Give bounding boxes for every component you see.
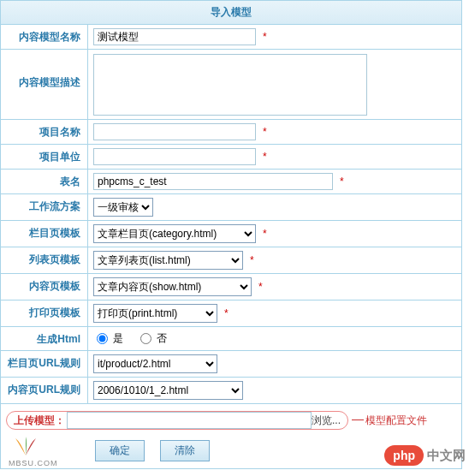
radio-no-text: 否: [157, 331, 167, 346]
row-model-desc: 内容模型描述: [1, 50, 461, 120]
textarea-model-desc[interactable]: [93, 54, 367, 116]
label-project-name: 项目名称: [1, 120, 88, 144]
row-category-tpl: 栏目页模板 文章栏目页(category.html) *: [1, 221, 461, 247]
select-print-tpl[interactable]: 打印页(print.html): [93, 304, 217, 323]
select-category-url[interactable]: it/product/2.html: [93, 354, 217, 373]
browse-button[interactable]: 浏览...: [312, 414, 341, 428]
label-model-name: 内容模型名称: [1, 25, 88, 49]
label-list-tpl: 列表页模板: [1, 247, 88, 273]
logo-text: MBSU.COM: [9, 459, 58, 467]
select-list-tpl[interactable]: 文章列表页(list.html): [93, 251, 243, 270]
upload-box: 上传模型： 浏览...: [6, 411, 348, 430]
radio-yes[interactable]: [97, 333, 108, 344]
required-star: *: [263, 228, 267, 240]
row-gen-html: 生成Html 是 否: [1, 327, 461, 351]
php-cn-text: 中文网: [427, 448, 466, 464]
row-project-name: 项目名称 *: [1, 120, 461, 145]
import-model-form: 导入模型 内容模型名称 * 内容模型描述 项目名称 * 项目单位 * 表名 *: [0, 0, 462, 469]
php-badge: php 中文网: [384, 445, 466, 466]
label-content-url: 内容页URL规则: [1, 378, 88, 403]
required-star: *: [263, 31, 267, 43]
radio-no-label[interactable]: 否: [140, 331, 167, 346]
leaf-icon: [9, 435, 43, 459]
upload-label: 上传模型：: [14, 414, 65, 428]
required-star: *: [263, 151, 267, 163]
required-star: *: [224, 307, 229, 319]
radio-no[interactable]: [140, 333, 151, 344]
required-star: *: [263, 126, 267, 138]
label-print-tpl: 打印页模板: [1, 300, 88, 326]
row-category-url: 栏目页URL规则 it/product/2.html: [1, 351, 461, 378]
row-list-tpl: 列表页模板 文章列表页(list.html) *: [1, 247, 461, 274]
row-model-name: 内容模型名称 *: [1, 25, 461, 50]
row-workflow: 工作流方案 一级审核: [1, 194, 461, 221]
select-workflow[interactable]: 一级审核: [93, 198, 153, 217]
row-project-unit: 项目单位 *: [1, 145, 461, 170]
label-content-tpl: 内容页模板: [1, 274, 88, 300]
input-project-unit[interactable]: [93, 148, 256, 165]
select-content-url[interactable]: 2006/1010/1_2.html: [93, 381, 243, 400]
row-print-tpl: 打印页模板 打印页(print.html) *: [1, 300, 461, 327]
row-content-url: 内容页URL规则 2006/1010/1_2.html: [1, 378, 461, 404]
label-category-tpl: 栏目页模板: [1, 221, 88, 247]
required-star: *: [250, 254, 254, 266]
label-model-desc: 内容模型描述: [1, 50, 88, 119]
radio-yes-label[interactable]: 是: [97, 331, 123, 346]
required-star: *: [340, 176, 344, 187]
upload-note: 模型配置文件: [365, 411, 427, 430]
submit-button[interactable]: 确定: [95, 440, 145, 461]
reset-button[interactable]: 清除: [160, 440, 210, 461]
input-project-name[interactable]: [93, 123, 256, 140]
upload-input[interactable]: [67, 412, 312, 429]
label-project-unit: 项目单位: [1, 145, 88, 169]
php-pill: php: [384, 445, 424, 466]
label-category-url: 栏目页URL规则: [1, 351, 88, 377]
label-table-name: 表名: [1, 170, 88, 193]
label-gen-html: 生成Html: [1, 327, 88, 350]
input-model-name[interactable]: [93, 28, 256, 45]
upload-section: 上传模型： 浏览... 模型配置文件: [6, 411, 461, 430]
select-content-tpl[interactable]: 文章内容页(show.html): [93, 277, 252, 296]
input-table-name[interactable]: [93, 173, 333, 190]
site-logo: MBSU.COM: [9, 435, 58, 467]
label-workflow: 工作流方案: [1, 194, 88, 220]
select-category-tpl[interactable]: 文章栏目页(category.html): [93, 224, 256, 243]
radio-yes-text: 是: [113, 331, 123, 346]
row-content-tpl: 内容页模板 文章内容页(show.html) *: [1, 274, 461, 300]
required-star: *: [258, 281, 263, 293]
row-table-name: 表名 *: [1, 170, 461, 194]
panel-title: 导入模型: [1, 1, 461, 25]
